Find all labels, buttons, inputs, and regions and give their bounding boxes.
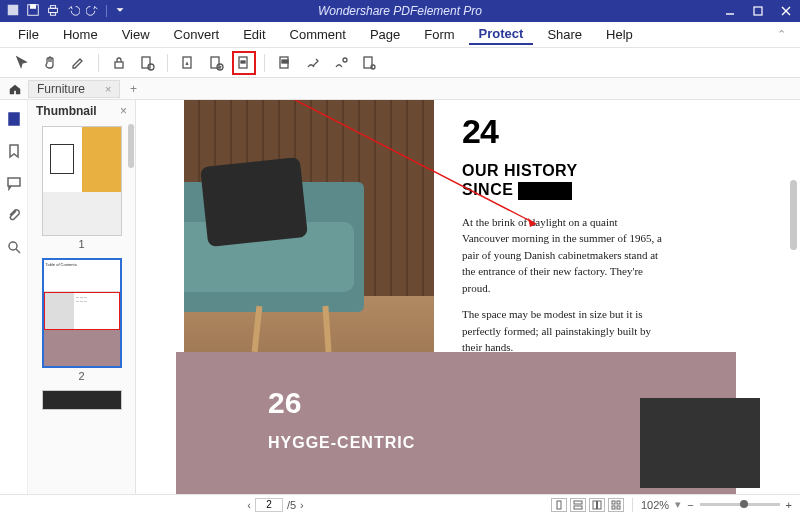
select-tool-icon[interactable] (10, 51, 34, 75)
svg-rect-12 (211, 57, 219, 68)
svg-rect-28 (574, 506, 582, 509)
tab-close-icon[interactable]: × (105, 83, 111, 95)
svg-rect-30 (598, 501, 602, 509)
collapse-ribbon-icon[interactable]: ⌃ (771, 28, 792, 41)
document-canvas[interactable]: 24 OUR HISTORY SINCE At the brink of day… (136, 100, 800, 494)
svg-point-23 (9, 242, 17, 250)
continuous-view-icon[interactable] (570, 498, 586, 512)
prev-page-icon[interactable]: ‹ (247, 499, 251, 511)
app-title: Wondershare PDFelement Pro (318, 4, 482, 18)
undo-icon[interactable] (66, 3, 80, 19)
zoom-out-icon[interactable]: − (687, 499, 693, 511)
thumbnail-scrollbar[interactable] (128, 124, 134, 168)
svg-rect-4 (50, 6, 55, 9)
document-tab[interactable]: Furniture × (28, 80, 120, 98)
menu-help[interactable]: Help (596, 25, 643, 44)
redo-icon[interactable] (86, 3, 100, 19)
zoom-in-icon[interactable]: + (786, 499, 792, 511)
page-image-sofa (184, 100, 434, 352)
menu-comment[interactable]: Comment (280, 25, 356, 44)
search-redact-icon[interactable] (301, 51, 325, 75)
svg-rect-2 (30, 5, 35, 9)
page-section-lower: 26 HYGGE-CENTRIC (176, 352, 736, 494)
section-heading: OUR HISTORY SINCE (462, 161, 718, 200)
dropdown-icon[interactable] (113, 3, 127, 19)
document-tab-bar: Furniture × + (0, 78, 800, 100)
svg-rect-21 (9, 113, 19, 125)
page-view: 24 OUR HISTORY SINCE At the brink of day… (176, 100, 736, 494)
next-page-icon[interactable]: › (300, 499, 304, 511)
svg-point-10 (148, 64, 154, 70)
svg-rect-9 (142, 57, 150, 68)
single-page-view-icon[interactable] (551, 498, 567, 512)
thumbnail-page-1[interactable]: 1 (34, 126, 129, 250)
svg-rect-22 (8, 178, 20, 186)
menu-protect[interactable]: Protect (469, 24, 534, 45)
thumbnail-number: 2 (78, 370, 84, 382)
menu-file[interactable]: File (8, 25, 49, 44)
svg-rect-8 (115, 62, 123, 68)
redaction-settings-icon[interactable] (357, 51, 381, 75)
redaction-mark[interactable] (518, 182, 572, 200)
thumbnail-page-2[interactable]: Table of Contents — — —— — — 2 (34, 258, 129, 382)
thumbnail-panel-icon[interactable] (5, 110, 23, 128)
menu-page[interactable]: Page (360, 25, 410, 44)
side-rail (0, 100, 28, 494)
zoom-slider[interactable] (700, 503, 780, 506)
page-number-input[interactable] (255, 498, 283, 512)
close-button[interactable] (776, 2, 796, 20)
tab-title: Furniture (37, 82, 85, 96)
sign-document-icon[interactable] (176, 51, 200, 75)
menu-home[interactable]: Home (53, 25, 108, 44)
svg-point-20 (371, 65, 375, 69)
search-panel-icon[interactable] (5, 238, 23, 256)
encrypt-password-icon[interactable] (107, 51, 131, 75)
svg-rect-26 (557, 501, 561, 509)
attachment-panel-icon[interactable] (5, 206, 23, 224)
page-navigator: ‹ /5 › (247, 498, 304, 512)
menu-share[interactable]: Share (537, 25, 592, 44)
menu-convert[interactable]: Convert (164, 25, 230, 44)
maximize-button[interactable] (748, 2, 768, 20)
thumbnail-panel-close-icon[interactable]: × (120, 104, 127, 118)
thumbnail-view-icon[interactable] (608, 498, 624, 512)
mark-for-redaction-icon[interactable] (232, 51, 256, 75)
svg-point-18 (343, 58, 347, 62)
svg-rect-17 (282, 60, 288, 63)
menu-edit[interactable]: Edit (233, 25, 275, 44)
status-bar: ‹ /5 › 102% ▾ − + (0, 494, 800, 514)
svg-rect-34 (617, 506, 620, 509)
svg-rect-15 (241, 61, 245, 63)
new-tab-button[interactable]: + (124, 80, 142, 98)
svg-rect-3 (49, 8, 58, 12)
svg-rect-31 (612, 501, 615, 504)
svg-rect-27 (574, 501, 582, 504)
app-logo-icon (6, 3, 20, 19)
thumbnail-number: 1 (78, 238, 84, 250)
remove-password-icon[interactable] (135, 51, 159, 75)
page-total: /5 (287, 499, 296, 511)
page-image-dark (640, 398, 760, 488)
svg-rect-33 (612, 506, 615, 509)
thumbnail-page-3[interactable] (34, 390, 129, 410)
canvas-scrollbar[interactable] (790, 180, 797, 250)
hand-tool-icon[interactable] (38, 51, 62, 75)
svg-rect-5 (50, 13, 55, 16)
validate-signatures-icon[interactable] (204, 51, 228, 75)
print-icon[interactable] (46, 3, 60, 19)
save-icon[interactable] (26, 3, 40, 19)
edit-tool-icon[interactable] (66, 51, 90, 75)
comment-panel-icon[interactable] (5, 174, 23, 192)
menu-form[interactable]: Form (414, 25, 464, 44)
zoom-value: 102% (641, 499, 669, 511)
title-bar: Wondershare PDFelement Pro (0, 0, 800, 22)
menu-view[interactable]: View (112, 25, 160, 44)
thumbnail-panel-title: Thumbnail (36, 104, 97, 118)
bookmark-panel-icon[interactable] (5, 142, 23, 160)
minimize-button[interactable] (720, 2, 740, 20)
redaction-properties-icon[interactable] (329, 51, 353, 75)
apply-redaction-icon[interactable] (273, 51, 297, 75)
two-page-view-icon[interactable] (589, 498, 605, 512)
home-tab-icon[interactable] (6, 80, 24, 98)
body-paragraph: At the brink of daylight on a quaint Van… (462, 214, 662, 297)
